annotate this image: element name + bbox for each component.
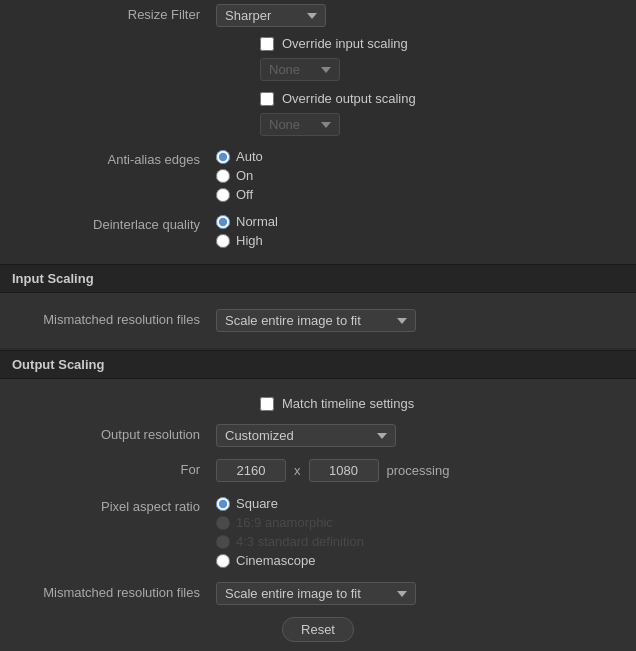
for-label: For [16,459,216,477]
resize-filter-select[interactable]: Sharper Bilinear Bicubic Lanczos [216,4,326,27]
output-scaling-panel: Match timeline settings Output resolutio… [0,379,636,651]
match-timeline-label: Match timeline settings [282,396,414,411]
pixel-cinemascope-label: Cinemascope [236,553,316,568]
deinterlace-high[interactable]: High [216,233,263,248]
input-mismatched-row: Mismatched resolution files Scale entire… [0,305,636,336]
override-input-checkbox[interactable] [260,37,274,51]
input-mismatched-label: Mismatched resolution files [16,309,216,327]
output-resolution-select[interactable]: Customized 1080p HD 2160p 4K 720p HD [216,424,396,447]
anti-alias-label: Anti-alias edges [16,149,216,167]
output-scaling-header: Output Scaling [0,350,636,379]
anti-alias-auto-label: Auto [236,149,263,164]
pixel-square-option[interactable]: Square [216,496,278,511]
for-resolution-row: For 2160 x 1080 processing [0,455,636,486]
pixel-16-9-option[interactable]: 16:9 anamorphic [216,515,333,530]
input-scaling-panel: Mismatched resolution files Scale entire… [0,293,636,348]
anti-alias-auto[interactable]: Auto [216,149,263,164]
match-timeline-checkbox[interactable] [260,397,274,411]
height-input[interactable]: 1080 [309,459,379,482]
pixel-square-label: Square [236,496,278,511]
override-output-checkbox[interactable] [260,92,274,106]
resize-filter-label: Resize Filter [16,4,216,22]
processing-label: processing [383,463,450,478]
input-scaling-header: Input Scaling [0,264,636,293]
deinterlace-label: Deinterlace quality [16,214,216,232]
none-output-dropdown-row: None [0,111,636,141]
output-mismatched-select[interactable]: Scale entire image to fit Stretch image … [216,582,416,605]
deinterlace-high-label: High [236,233,263,248]
resize-filter-row: Resize Filter Sharper Bilinear Bicubic L… [0,0,636,31]
output-resolution-row: Output resolution Customized 1080p HD 21… [0,420,636,451]
anti-alias-on[interactable]: On [216,168,253,183]
deinterlace-normal[interactable]: Normal [216,214,278,229]
override-output-label: Override output scaling [282,91,416,106]
pixel-16-9-label: 16:9 anamorphic [236,515,333,530]
x-separator: x [290,463,305,478]
resize-filter-content: Sharper Bilinear Bicubic Lanczos [216,4,620,27]
override-input-label: Override input scaling [282,36,408,51]
pixel-aspect-label: Pixel aspect ratio [16,496,216,514]
none-output-select[interactable]: None [260,113,340,136]
reset-button[interactable]: Reset [282,617,354,642]
pixel-aspect-row: Pixel aspect ratio Square 16:9 anamorphi… [0,492,636,572]
anti-alias-off-label: Off [236,187,253,202]
width-input[interactable]: 2160 [216,459,286,482]
none-input-dropdown-row: None [0,56,636,86]
reset-row: Reset [0,609,636,650]
output-resolution-label: Output resolution [16,424,216,442]
override-output-row: Override output scaling [0,86,636,111]
deinterlace-row: Deinterlace quality Normal High [0,210,636,252]
override-input-row: Override input scaling [0,31,636,56]
output-mismatched-row: Mismatched resolution files Scale entire… [0,578,636,609]
output-mismatched-label: Mismatched resolution files [16,582,216,600]
top-settings-panel: Resize Filter Sharper Bilinear Bicubic L… [0,0,636,264]
pixel-4-3-option[interactable]: 4:3 standard definition [216,534,364,549]
none-input-select[interactable]: None [260,58,340,81]
deinterlace-normal-label: Normal [236,214,278,229]
pixel-cinemascope-option[interactable]: Cinemascope [216,553,316,568]
input-mismatched-select[interactable]: Scale entire image to fit Stretch image … [216,309,416,332]
anti-alias-row: Anti-alias edges Auto On Off [0,145,636,206]
match-timeline-row: Match timeline settings [0,391,636,416]
anti-alias-on-label: On [236,168,253,183]
anti-alias-off[interactable]: Off [216,187,253,202]
pixel-4-3-label: 4:3 standard definition [236,534,364,549]
